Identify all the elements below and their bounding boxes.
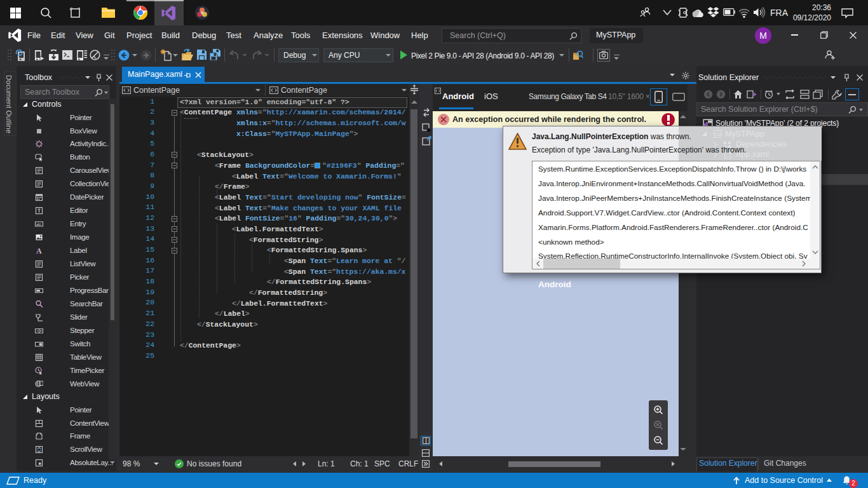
svg-text:abl: abl (36, 222, 41, 226)
svg-text:A: A (36, 247, 42, 255)
